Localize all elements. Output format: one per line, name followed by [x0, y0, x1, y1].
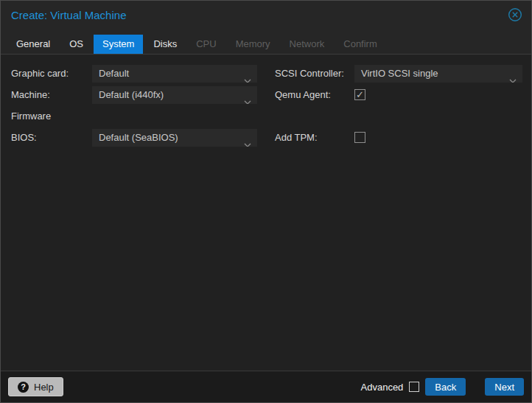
graphic-card-label: Graphic card: [11, 65, 92, 83]
advanced-checkbox[interactable] [409, 382, 419, 392]
bios-select[interactable]: Default (SeaBIOS) [92, 129, 257, 147]
close-button[interactable] [508, 7, 522, 22]
tab-confirm: Confirm [335, 35, 386, 54]
tab-network: Network [281, 35, 334, 54]
scsi-controller-select[interactable]: VirtIO SCSI single [354, 65, 522, 83]
chevron-down-icon [244, 71, 251, 83]
circle-x-icon [508, 7, 522, 22]
machine-select[interactable]: Default (i440fx) [92, 86, 257, 104]
dialog-footer: ? Help Advanced Back Next [1, 371, 531, 402]
dialog-title: Create: Virtual Machine [11, 9, 126, 21]
create-vm-dialog: Create: Virtual Machine General OS Syste… [0, 0, 532, 403]
tab-cpu: CPU [187, 35, 225, 54]
tab-system[interactable]: System [94, 35, 143, 54]
titlebar: Create: Virtual Machine [1, 1, 531, 29]
help-button[interactable]: ? Help [8, 377, 63, 396]
graphic-card-select[interactable]: Default [92, 65, 257, 83]
question-circle-icon: ? [18, 382, 29, 393]
footer-actions: Advanced Back Next [361, 378, 524, 396]
add-tpm-checkbox[interactable] [354, 132, 365, 143]
advanced-label: Advanced [361, 382, 404, 393]
scsi-controller-value: VirtIO SCSI single [361, 68, 438, 79]
wizard-tabbar: General OS System Disks CPU Memory Netwo… [1, 29, 531, 55]
system-tab-form: Graphic card: Default SCSI Controller: V… [1, 55, 531, 147]
tab-os[interactable]: OS [60, 35, 92, 54]
chevron-down-icon [244, 93, 251, 104]
machine-label: Machine: [11, 86, 92, 104]
chevron-down-icon [244, 136, 251, 147]
dialog-header: Create: Virtual Machine General OS Syste… [1, 1, 531, 55]
tab-memory: Memory [227, 35, 279, 54]
help-button-label: Help [34, 382, 54, 393]
next-button[interactable]: Next [485, 378, 524, 396]
bios-value: Default (SeaBIOS) [99, 132, 178, 143]
chevron-down-icon [509, 71, 517, 83]
scsi-controller-label: SCSI Controller: [275, 65, 354, 83]
graphic-card-value: Default [99, 68, 129, 79]
tab-disks[interactable]: Disks [144, 35, 186, 54]
qemu-agent-label: Qemu Agent: [275, 86, 354, 104]
qemu-agent-checkbox[interactable]: ✓ [354, 89, 365, 100]
machine-value: Default (i440fx) [99, 89, 164, 100]
firmware-section-label: Firmware [11, 108, 92, 125]
back-button[interactable]: Back [425, 378, 466, 396]
bios-label: BIOS: [11, 129, 92, 147]
tab-general[interactable]: General [7, 35, 59, 54]
add-tpm-label: Add TPM: [275, 129, 354, 147]
